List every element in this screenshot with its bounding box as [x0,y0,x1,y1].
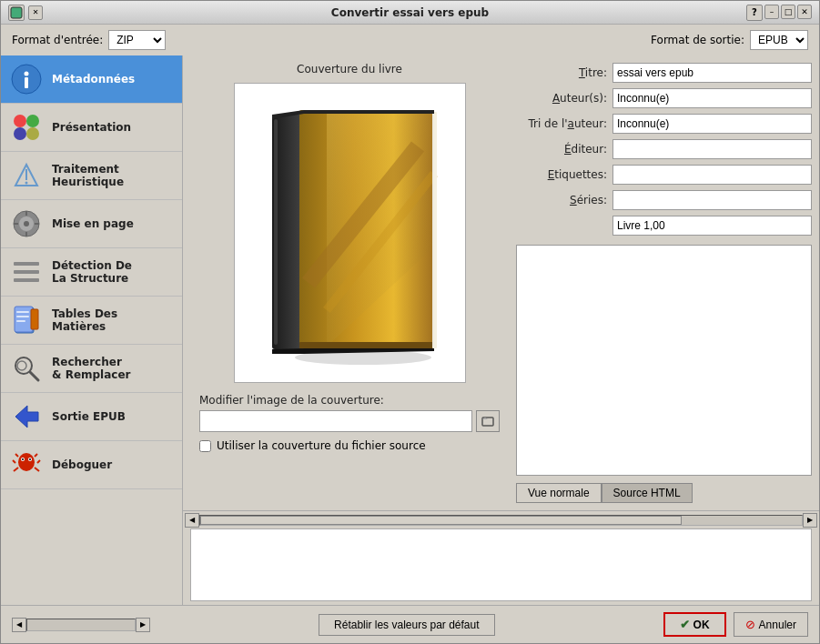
svg-rect-3 [25,77,28,88]
footer-right: ✔ OK ⊘ Annuler [663,612,808,637]
help-button[interactable]: ? [746,5,763,21]
sidebar-item-heuristic-label: Traitement Heuristique [52,163,173,188]
sidebar: Métadonnées Présentation [1,55,183,605]
sidebar-item-metadata-label: Métadonnées [52,73,135,86]
scroll-right-arrow[interactable]: ▶ [803,513,817,528]
sidebar-item-search-label: Rechercher& Remplacer [52,356,131,381]
series-number-row [516,216,812,236]
svg-point-13 [24,221,29,226]
svg-rect-22 [15,307,33,332]
title-bar-controls: ? – □ ✕ [746,5,812,21]
output-format-label: Format de sortie: [651,34,744,46]
ok-button-label: OK [693,619,710,631]
svg-rect-48 [299,342,434,348]
structure-icon [10,256,43,288]
cancel-button[interactable]: ⊘ Annuler [734,612,808,637]
maximize-button[interactable]: □ [781,5,795,19]
sort-input[interactable] [612,114,812,134]
modify-cover-label: Modifier l'image de la couverture: [199,394,500,407]
author-field-row: Auteur(s): [516,88,812,108]
browse-button[interactable] [476,410,500,432]
sidebar-item-output-label: Sortie EPUB [52,410,126,423]
ok-button[interactable]: ✔ OK [663,612,726,637]
close-button[interactable]: ✕ [797,5,812,19]
svg-point-2 [25,72,29,76]
editor-label: Éditeur: [516,143,607,156]
tags-label: Etiquettes: [516,168,607,181]
svg-point-10 [25,182,28,185]
sidebar-item-heuristic[interactable]: Traitement Heuristique [1,152,182,200]
svg-line-39 [37,460,40,463]
sidebar-item-toc-label: Tables Des Matières [52,307,173,333]
cover-image-input[interactable] [199,410,472,432]
svg-point-29 [17,361,26,370]
svg-point-6 [14,127,26,140]
vue-normale-button[interactable]: Vue normale [516,483,602,503]
sidebar-item-metadata[interactable]: Métadonnées [1,55,182,104]
footer-scroll-right[interactable]: ▶ [136,618,150,632]
series-field-row: Séries: [516,190,812,210]
footer-left: ◀ ▶ [12,618,150,632]
presentation-icon [10,111,43,144]
series-label: Séries: [516,194,607,206]
author-input[interactable] [612,88,812,108]
bottom-text-area[interactable] [190,528,812,601]
scroll-thumb[interactable] [200,516,682,525]
svg-rect-20 [14,278,39,282]
cover-image-frame [234,83,466,383]
sidebar-item-search[interactable]: Rechercher& Remplacer [1,345,182,393]
svg-point-34 [22,458,24,460]
series-input[interactable] [612,190,812,210]
use-source-cover-checkbox[interactable] [199,440,211,452]
ok-checkmark-icon: ✔ [680,618,690,631]
input-format-select[interactable]: ZIP EPUB PDF MOBI [108,30,166,50]
sidebar-item-layout-label: Mise en page [52,217,134,230]
svg-point-31 [18,453,35,471]
reset-button[interactable]: Rétablir les valeurs par défaut [319,614,494,636]
sidebar-item-structure[interactable]: Détection DeLa Structure [1,248,182,297]
scroll-left-arrow[interactable]: ◀ [185,513,199,528]
svg-point-35 [29,458,31,460]
svg-rect-19 [14,270,39,274]
title-field-row: Titre: [516,63,812,83]
output-icon [10,400,43,433]
sidebar-item-debug[interactable]: Déboguer [1,441,182,489]
svg-line-36 [14,468,18,471]
scroll-track[interactable] [199,515,803,526]
svg-line-37 [35,468,39,471]
editor-input[interactable] [612,139,812,159]
title-input[interactable] [612,63,812,83]
cancel-button-label: Annuler [759,619,796,631]
sort-field-row: Tri de l'auteur: [516,114,812,134]
window-title: Convertir essai vers epub [331,6,489,19]
toc-icon [10,304,43,337]
use-source-cover-label: Utiliser la couverture du fichier source [217,439,426,452]
minimize-button[interactable]: – [764,5,779,19]
tags-input[interactable] [612,165,812,185]
series-number-input[interactable] [612,216,812,236]
sidebar-item-layout[interactable]: Mise en page [1,200,182,248]
output-format-select[interactable]: EPUB MOBI AZW3 PDF [750,30,808,50]
sidebar-item-output[interactable]: Sortie EPUB [1,393,182,441]
svg-point-4 [14,115,26,127]
output-format-group: Format de sortie: EPUB MOBI AZW3 PDF [651,30,808,50]
heuristic-icon [10,159,43,192]
footer-scroll-track[interactable] [26,619,136,631]
content-area: Couverture du livre [183,55,819,605]
author-label: Auteur(s): [516,92,607,105]
input-format-label: Format d'entrée: [12,34,103,46]
sidebar-item-toc[interactable]: Tables Des Matières [1,297,182,345]
svg-line-41 [35,454,37,457]
svg-marker-30 [15,406,38,428]
comment-textarea[interactable] [516,245,812,476]
footer-scroll-left[interactable]: ◀ [12,618,26,632]
svg-rect-51 [274,119,278,345]
search-icon [10,352,43,385]
svg-rect-25 [16,320,25,322]
editor-field-row: Éditeur: [516,139,812,159]
sidebar-item-presentation[interactable]: Présentation [1,104,182,152]
source-html-button[interactable]: Source HTML [602,483,693,503]
sidebar-item-debug-label: Déboguer [52,458,112,471]
close-title-btn[interactable]: ✕ [28,5,43,20]
horizontal-scrollbar[interactable]: ◀ ▶ [183,510,819,528]
